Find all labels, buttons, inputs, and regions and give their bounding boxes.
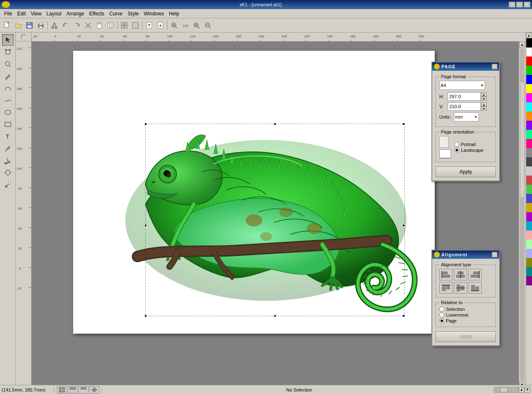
zoom-100-button[interactable]: 100: [180, 20, 191, 31]
print-button[interactable]: [35, 20, 46, 31]
transform-tool[interactable]: [2, 167, 14, 178]
freehand-tool[interactable]: [2, 94, 14, 106]
alignment-apply-button[interactable]: Apply: [436, 331, 496, 342]
view-btn-1[interactable]: [57, 386, 67, 394]
color-swatch-lightred[interactable]: [526, 230, 532, 240]
text-tool[interactable]: T: [2, 131, 14, 142]
page-radio[interactable]: [439, 318, 444, 323]
lowermost-radio[interactable]: [439, 312, 444, 317]
copy-button[interactable]: [105, 20, 116, 31]
align-right-button[interactable]: [468, 269, 482, 280]
menu-arrange[interactable]: Arrange: [64, 10, 87, 17]
color-swatch-teal[interactable]: [526, 221, 532, 230]
color-swatch-medgreen[interactable]: [526, 185, 532, 194]
color-swatch-darkpurple[interactable]: [526, 276, 532, 285]
menu-windows[interactable]: Windows: [141, 10, 167, 17]
color-swatch-cyan[interactable]: [526, 102, 532, 112]
portrait-radio[interactable]: [454, 142, 459, 147]
alignment-panel-titlebar[interactable]: Alignment ✕: [432, 250, 499, 259]
view-btn-2[interactable]: [68, 386, 78, 394]
color-swatch-white[interactable]: [526, 47, 532, 57]
zoom-in-button[interactable]: [191, 20, 202, 31]
lowermost-radio-row[interactable]: Lowermost: [439, 312, 492, 317]
h-spin-up[interactable]: ▲: [481, 92, 487, 97]
v-spin-up[interactable]: ▲: [481, 102, 487, 107]
menu-effects[interactable]: Effects: [87, 10, 107, 17]
close-button[interactable]: ✕: [524, 2, 530, 7]
vertical-scroll-thumb[interactable]: [520, 82, 525, 198]
delete-button[interactable]: [83, 20, 94, 31]
color-swatch-lightblue[interactable]: [526, 249, 532, 258]
color-swatch-darkred[interactable]: [526, 176, 532, 185]
menu-view[interactable]: View: [28, 10, 44, 17]
units-dropdown[interactable]: mm ▼: [454, 112, 479, 121]
menu-file[interactable]: File: [2, 10, 15, 17]
color-swatch-gold[interactable]: [526, 203, 532, 212]
panel-scroll-up[interactable]: ▲: [526, 32, 532, 38]
bezier-tool[interactable]: [2, 82, 14, 94]
page[interactable]: [73, 51, 435, 334]
connect-tool[interactable]: [2, 179, 14, 191]
color-swatch-orange[interactable]: [526, 112, 532, 121]
color-swatch-darkteal[interactable]: [526, 267, 532, 276]
status-scroll-up[interactable]: ▲: [519, 387, 525, 393]
select-tool[interactable]: [2, 34, 14, 46]
align-bottom-button[interactable]: [468, 282, 482, 294]
minimize-button[interactable]: —: [509, 2, 515, 7]
zoom-tool[interactable]: [2, 58, 14, 70]
color-swatch-magenta[interactable]: [526, 93, 532, 102]
zoom-fit-button[interactable]: [169, 20, 180, 31]
eyedropper-tool[interactable]: [2, 143, 14, 154]
view-btn-3[interactable]: [79, 386, 89, 394]
color-swatch-lightgray[interactable]: [526, 166, 532, 176]
undo-button[interactable]: [60, 20, 71, 31]
menu-layout[interactable]: Layout: [44, 10, 64, 17]
color-swatch-red[interactable]: [526, 57, 532, 66]
rect-tool[interactable]: [2, 119, 14, 130]
color-swatch-green[interactable]: [526, 66, 532, 75]
color-swatch-lightgreen[interactable]: [526, 240, 532, 249]
color-swatch-olive[interactable]: [526, 258, 532, 267]
redo-button[interactable]: [71, 20, 82, 31]
snap-button[interactable]: [130, 20, 141, 31]
color-swatch-yellow[interactable]: [526, 84, 532, 93]
color-swatch-violet[interactable]: [526, 121, 532, 130]
cut-button[interactable]: [49, 20, 60, 31]
status-scroll-down[interactable]: ▼: [525, 387, 530, 393]
color-swatch-blue[interactable]: [526, 75, 532, 84]
status-scrollbar[interactable]: [494, 387, 519, 393]
open-button[interactable]: [13, 20, 24, 31]
alignment-panel-close[interactable]: ✕: [492, 252, 498, 258]
align-top-button[interactable]: [439, 282, 453, 294]
align-center-h-button[interactable]: [454, 269, 467, 280]
menu-edit[interactable]: Edit: [15, 10, 28, 17]
import-button[interactable]: [144, 20, 155, 31]
save-button[interactable]: [24, 20, 35, 31]
pencil-tool[interactable]: [2, 70, 14, 82]
export-button[interactable]: [155, 20, 166, 31]
color-swatch-springgreen[interactable]: [526, 130, 532, 139]
vertical-scrollbar[interactable]: ▲ ▼: [519, 42, 525, 387]
maximize-button[interactable]: □: [516, 2, 523, 7]
align-left-button[interactable]: [439, 269, 453, 280]
scroll-up-button[interactable]: ▲: [519, 42, 525, 47]
fill-tool[interactable]: [2, 155, 14, 166]
portrait-radio-row[interactable]: Portrait: [454, 142, 483, 147]
landscape-radio[interactable]: [454, 148, 459, 153]
color-swatch-black[interactable]: [526, 38, 532, 47]
selection-radio[interactable]: [439, 307, 444, 312]
color-swatch-rose[interactable]: [526, 139, 532, 148]
h-input[interactable]: [448, 92, 481, 101]
menu-style[interactable]: Style: [125, 10, 141, 17]
node-tool[interactable]: [2, 46, 14, 58]
landscape-radio-row[interactable]: Landscape: [454, 148, 483, 153]
color-swatch-darkgray[interactable]: [526, 157, 532, 166]
page-apply-button[interactable]: Apply: [436, 166, 496, 177]
selection-radio-row[interactable]: Selection: [439, 307, 492, 312]
page-panel-close[interactable]: ✕: [492, 64, 498, 69]
menu-help[interactable]: Help: [166, 10, 182, 17]
align-middle-button[interactable]: [454, 282, 467, 294]
new-button[interactable]: [2, 20, 12, 31]
vertical-scroll-track[interactable]: [520, 48, 525, 381]
ellipse-tool[interactable]: [2, 107, 14, 118]
